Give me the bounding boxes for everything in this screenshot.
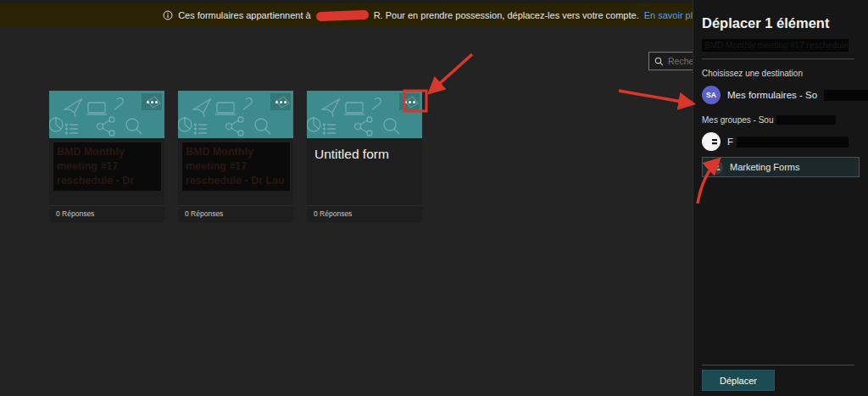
responses-count: 0 Réponses	[49, 205, 164, 222]
search-icon	[654, 57, 664, 66]
move-panel: Déplacer 1 élément BMD Monthly meeting #…	[693, 0, 868, 396]
destination-my-forms[interactable]: SA Mes formulaires - So	[702, 86, 868, 104]
destination-label: Choisissez une destination	[702, 69, 868, 78]
banner-text-suffix: R. Pour en prendre possession, déplacez-…	[374, 10, 639, 20]
redacted-form-title: BMD Monthly meeting #17 reschedule - Dr …	[182, 142, 290, 191]
form-card-header	[178, 91, 293, 138]
form-card-body: Untitled form	[307, 138, 422, 205]
form-card-body: BMD Monthly meeting #17 reschedule - Dr …	[178, 138, 293, 205]
responses-count: 0 Réponses	[307, 205, 422, 222]
destination-group-1[interactable]: F	[702, 132, 868, 151]
form-card[interactable]: Untitled form 0 Réponses	[307, 91, 422, 222]
forms-app-window: Ces formulaires appartiennent à R. Pour …	[0, 0, 868, 396]
more-options-icon[interactable]	[399, 93, 420, 110]
move-button[interactable]: Déplacer	[702, 370, 775, 391]
form-card[interactable]: BMD Monthly meeting #17 reschedule - Dr …	[49, 91, 164, 222]
group-people-icon	[709, 160, 723, 175]
destination-group-marketing-forms[interactable]: Marketing Forms	[702, 157, 860, 177]
responses-count: 0 Réponses	[178, 205, 293, 222]
avatar: SA	[702, 86, 721, 104]
form-card-header	[49, 91, 164, 138]
divider	[702, 59, 854, 59]
divider	[702, 365, 854, 365]
redaction-bar	[824, 90, 868, 101]
banner-text-prefix: Ces formulaires appartiennent à	[178, 10, 311, 20]
group-1-label: F	[727, 137, 733, 147]
redaction-scribble	[315, 9, 368, 20]
redacted-form-title: BMD Monthly meeting #17 reschedule - Dr …	[53, 142, 161, 191]
info-icon	[163, 10, 173, 20]
group-2-label: Marketing Forms	[730, 162, 800, 172]
more-options-icon[interactable]	[142, 93, 162, 110]
group-logo-icon	[702, 132, 721, 151]
form-card-header	[307, 91, 422, 138]
my-forms-label: Mes formulaires - So	[727, 90, 817, 100]
form-card-body: BMD Monthly meeting #17 reschedule - Dr …	[49, 138, 164, 205]
more-options-icon[interactable]	[270, 93, 291, 110]
form-card[interactable]: BMD Monthly meeting #17 reschedule - Dr …	[178, 91, 293, 222]
move-panel-title: Déplacer 1 élément	[702, 15, 868, 31]
form-title: Untitled form	[307, 138, 422, 162]
redaction-bar	[737, 137, 849, 148]
my-groups-label: Mes groupes - Sou	[702, 115, 868, 125]
redaction-bar	[776, 115, 836, 125]
arrow-to-more-options	[431, 54, 472, 92]
redacted-selected-item: BMD Monthly meeting #17 reschedule - Dr …	[702, 39, 849, 52]
arrow-to-groups	[619, 91, 692, 103]
